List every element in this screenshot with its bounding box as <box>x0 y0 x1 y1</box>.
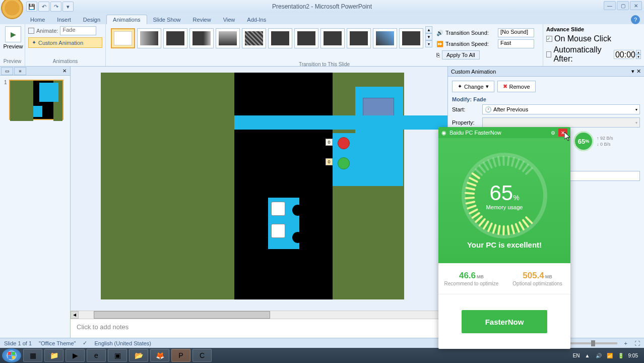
time-up-icon[interactable]: ▲ <box>636 50 641 54</box>
qat-more-icon[interactable]: ▾ <box>62 2 74 12</box>
animation-tag[interactable]: 0 <box>326 139 333 146</box>
help-icon[interactable]: ? <box>631 15 640 24</box>
trans-sound-dropdown[interactable]: [No Sound] <box>498 28 534 37</box>
auto-time-input[interactable]: 00:00 <box>614 50 634 59</box>
auto-after-checkbox[interactable] <box>546 51 551 57</box>
minimize-button[interactable]: — <box>604 1 616 10</box>
fasternow-button[interactable]: FasterNow <box>462 310 547 333</box>
task-item[interactable]: C <box>192 349 212 362</box>
tab-addins[interactable]: Add-Ins <box>241 15 272 24</box>
start-button[interactable] <box>2 348 21 362</box>
transition-item[interactable] <box>347 28 371 48</box>
slide-canvas[interactable]: 0 0 <box>101 73 404 299</box>
slide-number: 1 <box>4 80 7 85</box>
tab-slideshow[interactable]: Slide Show <box>147 15 187 24</box>
baidu-popup: ◉ Baidu PC FasterNow ⚙ ✕ 65% Memory usag… <box>438 127 570 349</box>
change-button[interactable]: ✦ Change ▾ <box>452 81 494 92</box>
ribbon-tabs: Home Insert Design Animations Slide Show… <box>0 13 644 24</box>
task-ie[interactable]: e <box>87 349 106 362</box>
tray-up-icon[interactable]: ▲ <box>584 352 591 359</box>
task-item[interactable]: ▦ <box>23 349 42 362</box>
trans-speed-dropdown[interactable]: Fast <box>498 39 534 48</box>
zoom-slider[interactable] <box>567 342 617 344</box>
taskbar: ▦ 📁 ▶ e ▣ 📂 🦊 P C EN ▲ 🔊 📶 🔋 9:05 <box>0 348 644 363</box>
time-down-icon[interactable]: ▼ <box>636 54 641 59</box>
tab-view[interactable]: View <box>217 15 241 24</box>
transition-none[interactable] <box>111 28 135 48</box>
volume-icon[interactable]: 🔊 <box>595 352 602 359</box>
svg-rect-2 <box>12 352 15 355</box>
transition-item[interactable] <box>268 28 292 48</box>
task-firefox[interactable]: 🦊 <box>150 349 169 362</box>
redo-icon[interactable]: ↷ <box>50 2 61 12</box>
tab-insert[interactable]: Insert <box>51 15 77 24</box>
pane-close-icon[interactable]: ✕ <box>636 68 641 75</box>
stat2-label: Optional optimizations <box>512 281 562 286</box>
maximize-button[interactable]: ▢ <box>617 1 629 10</box>
panel-close-icon[interactable]: ✕ <box>61 68 68 75</box>
animate-dropdown[interactable]: Fade <box>60 26 96 35</box>
transition-item[interactable] <box>294 28 318 48</box>
tab-animations[interactable]: Animations <box>106 15 147 24</box>
task-explorer[interactable]: 📁 <box>44 349 63 362</box>
slides-tab[interactable]: ▭ <box>1 67 13 75</box>
on-click-checkbox[interactable] <box>546 36 552 42</box>
baidu-float-widget[interactable]: 65% ↑ 92 B/s ↓ 0 B/s <box>573 131 639 151</box>
transition-item[interactable] <box>320 28 345 48</box>
tray-lang[interactable]: EN <box>573 353 580 358</box>
save-icon[interactable]: 💾 <box>26 2 37 12</box>
transition-item[interactable] <box>189 28 214 48</box>
gallery-up-icon[interactable]: ▲ <box>425 26 432 33</box>
baidu-gauge: 65% Memory usage Your PC is excellent! <box>438 138 570 263</box>
tab-design[interactable]: Design <box>77 15 106 24</box>
apply-to-all-button[interactable]: Apply To All <box>442 50 480 59</box>
red-circle[interactable] <box>338 137 350 149</box>
transition-item[interactable] <box>163 28 187 48</box>
task-media[interactable]: ▶ <box>66 349 85 362</box>
horizontal-scrollbar[interactable]: ◀ ▶ <box>71 311 447 319</box>
baidu-settings-icon[interactable]: ⚙ <box>548 129 557 137</box>
task-powerpoint[interactable]: P <box>171 349 190 362</box>
gallery-down-icon[interactable]: ▼ <box>425 33 432 40</box>
transition-item[interactable] <box>242 28 266 48</box>
notes-pane[interactable]: Click to add notes <box>71 319 447 339</box>
float-memory-circle[interactable]: 65% <box>573 131 594 151</box>
x-icon: ✖ <box>503 83 507 90</box>
language-indicator[interactable]: English (United States) <box>94 340 151 346</box>
close-button[interactable]: ✕ <box>630 1 642 10</box>
zoom-in-icon[interactable]: + <box>624 340 627 346</box>
fit-icon[interactable]: ⛶ <box>634 340 640 346</box>
animate-checkbox[interactable] <box>28 28 34 34</box>
transition-item[interactable] <box>373 28 397 48</box>
slide-thumbnail[interactable] <box>9 80 63 120</box>
custom-animation-button[interactable]: ✦ Custom Animation <box>28 37 102 48</box>
transition-item[interactable] <box>216 28 240 48</box>
battery-icon[interactable]: 🔋 <box>617 352 624 359</box>
remove-button[interactable]: ✖ Remove <box>497 81 536 92</box>
animation-tag[interactable]: 0 <box>326 158 333 165</box>
clock-icon: 🕐 <box>485 106 492 113</box>
preview-button[interactable]: Preview <box>3 26 23 49</box>
outline-tab[interactable]: ≡ <box>14 67 26 75</box>
speed-icon: ⏩ <box>436 41 443 47</box>
svg-rect-3 <box>8 356 11 359</box>
spellcheck-icon[interactable]: ✓ <box>83 340 87 346</box>
task-item[interactable]: ▣ <box>108 349 127 362</box>
network-icon[interactable]: 📶 <box>606 352 613 359</box>
baidu-status: Your PC is excellent! <box>467 240 542 249</box>
stat1-label: Recommend to optimize <box>444 281 499 286</box>
task-item[interactable]: 📂 <box>129 349 148 362</box>
transition-item[interactable] <box>399 28 423 48</box>
transition-item[interactable] <box>137 28 161 48</box>
group-animations: Animate: Fade ✦ Custom Animation Animati… <box>25 24 106 66</box>
baidu-close-button[interactable]: ✕ <box>558 129 567 137</box>
pane-dropdown-icon[interactable]: ▾ <box>631 68 634 75</box>
start-dropdown[interactable]: 🕐 After Previous ▾ <box>482 104 640 114</box>
tab-review[interactable]: Review <box>187 15 217 24</box>
scroll-thumb[interactable] <box>94 311 270 319</box>
gallery-more-icon[interactable]: ▾ <box>425 40 432 47</box>
undo-icon[interactable]: ↶ <box>38 2 49 12</box>
tab-home[interactable]: Home <box>24 15 51 24</box>
green-circle[interactable] <box>338 157 350 169</box>
scroll-left-icon[interactable]: ◀ <box>71 311 79 319</box>
